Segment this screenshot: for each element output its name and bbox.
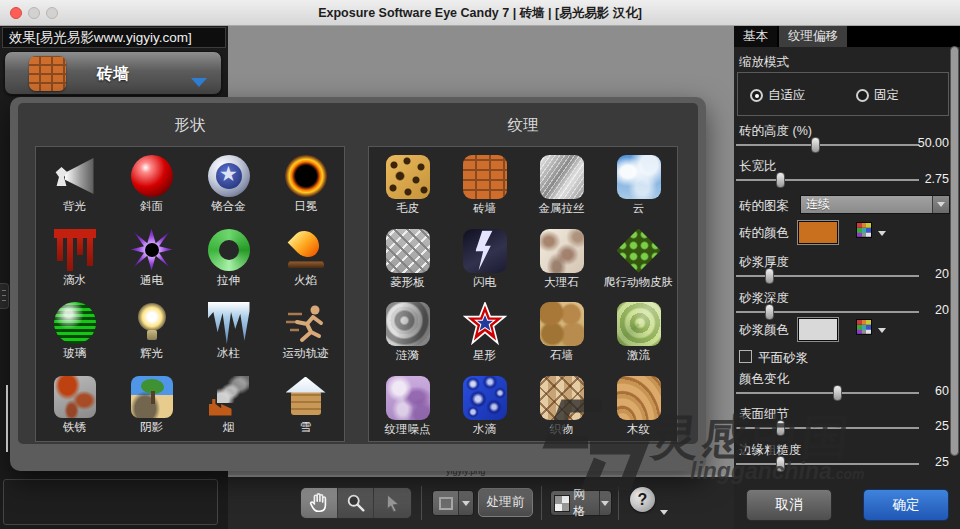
- palette-icon[interactable]: [856, 222, 872, 238]
- texture-item[interactable]: 菱形板: [369, 221, 446, 295]
- radio-fixed[interactable]: 固定: [856, 87, 899, 104]
- palette-icon[interactable]: [856, 319, 872, 335]
- slider-thumb[interactable]: [811, 137, 820, 153]
- mortar-color-swatch[interactable]: [798, 318, 838, 341]
- effect-chooser-content: 形状 纹理 背光 斜面 铬合金 日冕: [18, 103, 698, 444]
- texture-label: 石墙: [523, 348, 600, 363]
- select-tool[interactable]: [374, 488, 411, 518]
- help-dropdown-caret[interactable]: [660, 510, 668, 515]
- shape-label: 通电: [113, 273, 190, 288]
- motion-trail-icon: [285, 302, 327, 344]
- chevron-down-icon: [601, 501, 609, 506]
- brick-pattern-dropdown[interactable]: 连续: [800, 195, 950, 214]
- texture-item[interactable]: 激流: [600, 294, 677, 368]
- fur-icon: [386, 155, 430, 199]
- shape-item[interactable]: 背光: [36, 147, 113, 221]
- shape-item[interactable]: 斜面: [113, 147, 190, 221]
- help-button[interactable]: ?: [630, 487, 655, 512]
- tab-texture-offset[interactable]: 纹理偏移: [779, 26, 847, 47]
- arrow-icon: [382, 492, 404, 514]
- preview-background-button[interactable]: [432, 490, 474, 516]
- effect-selector-button[interactable]: 砖墙: [4, 51, 222, 95]
- shape-item[interactable]: 铁锈: [36, 368, 113, 442]
- grid-dropdown[interactable]: [599, 491, 611, 515]
- texture-item[interactable]: 毛皮: [369, 147, 446, 221]
- close-button[interactable]: [10, 7, 22, 19]
- cancel-button[interactable]: 取消: [746, 489, 832, 521]
- texture-item[interactable]: 石墙: [523, 294, 600, 368]
- mortar-thickness-slider[interactable]: [736, 268, 919, 284]
- shape-item[interactable]: 铬合金: [190, 147, 267, 221]
- brick-height-slider[interactable]: [736, 137, 919, 153]
- shape-item[interactable]: 阴影: [113, 368, 190, 442]
- aspect-ratio-slider[interactable]: [736, 172, 919, 188]
- shape-item[interactable]: 玻璃: [36, 294, 113, 368]
- slider-thumb[interactable]: [776, 456, 785, 472]
- window-title: Exposure Software Eye Candy 7 | 砖墙 | [易光…: [0, 0, 960, 26]
- ok-button[interactable]: 确定: [863, 489, 949, 521]
- surface-detail-slider[interactable]: [736, 420, 919, 436]
- texture-item[interactable]: 水滴: [446, 368, 523, 442]
- chevron-down-icon: [937, 202, 945, 207]
- edge-roughness-value: 25: [899, 455, 949, 469]
- shape-item[interactable]: 辉光: [113, 294, 190, 368]
- glass-icon: [54, 302, 96, 344]
- texture-label: 毛皮: [369, 201, 446, 216]
- slider-thumb[interactable]: [776, 172, 785, 188]
- chevron-down-icon[interactable]: [878, 328, 886, 333]
- bevel-icon: [131, 155, 173, 197]
- weave-icon: [540, 376, 584, 420]
- settings-scrollbar[interactable]: [950, 46, 959, 456]
- color-variation-slider[interactable]: [736, 385, 919, 401]
- radio-adaptive[interactable]: 自适应: [750, 87, 806, 104]
- brick-color-swatch[interactable]: [798, 221, 838, 244]
- flat-mortar-label: 平面砂浆: [758, 350, 808, 367]
- tab-basic[interactable]: 基本: [734, 26, 777, 47]
- aspect-ratio-value: 2.75: [899, 172, 949, 186]
- shape-item[interactable]: 通电: [113, 221, 190, 295]
- shape-item[interactable]: 冰柱: [190, 294, 267, 368]
- shape-label: 火焰: [267, 273, 344, 288]
- texture-item[interactable]: 纹理噪点: [369, 368, 446, 442]
- zoom-button[interactable]: [46, 7, 58, 19]
- shape-item[interactable]: 拉伸: [190, 221, 267, 295]
- scale-mode-label: 缩放模式: [739, 54, 789, 71]
- slider-thumb[interactable]: [776, 420, 785, 436]
- effects-scrollbar[interactable]: [6, 385, 8, 452]
- shape-item[interactable]: 运动轨迹: [267, 294, 344, 368]
- texture-item[interactable]: 砖墙: [446, 147, 523, 221]
- texture-item[interactable]: 木纹: [600, 368, 677, 442]
- brick-pattern-value: 连续: [801, 196, 932, 213]
- shape-label: 拉伸: [190, 273, 267, 288]
- texture-item[interactable]: 星形: [446, 294, 523, 368]
- texture-item[interactable]: 闪电: [446, 221, 523, 295]
- chevron-down-icon[interactable]: [878, 231, 886, 236]
- texture-item[interactable]: 大理石: [523, 221, 600, 295]
- before-view-button[interactable]: 处理前: [478, 488, 533, 517]
- texture-item[interactable]: 金属拉丝: [523, 147, 600, 221]
- shape-item[interactable]: 火焰: [267, 221, 344, 295]
- flat-mortar-row[interactable]: 平面砂浆: [734, 350, 960, 366]
- texture-item[interactable]: 爬行动物皮肤: [600, 221, 677, 295]
- shadow-icon: [131, 376, 173, 418]
- background-dropdown[interactable]: [458, 491, 473, 515]
- slider-thumb[interactable]: [833, 385, 842, 401]
- zoom-tool[interactable]: [338, 488, 375, 518]
- flat-mortar-checkbox[interactable]: [739, 350, 752, 363]
- texture-item[interactable]: 云: [600, 147, 677, 221]
- shape-item[interactable]: 日冕: [267, 147, 344, 221]
- texture-label: 金属拉丝: [523, 201, 600, 216]
- minimize-button[interactable]: [28, 7, 40, 19]
- texture-item[interactable]: 涟漪: [369, 294, 446, 368]
- slider-thumb[interactable]: [765, 304, 774, 320]
- shape-item[interactable]: 烟: [190, 368, 267, 442]
- shape-item[interactable]: 雪: [267, 368, 344, 442]
- square-icon: [439, 497, 453, 510]
- texture-item[interactable]: 织物: [523, 368, 600, 442]
- slider-thumb[interactable]: [765, 268, 774, 284]
- hand-tool[interactable]: [301, 488, 338, 518]
- grid-toggle-button[interactable]: 网格: [550, 490, 612, 516]
- edge-roughness-slider[interactable]: [736, 456, 919, 472]
- panel-collapse-tab[interactable]: [0, 283, 9, 309]
- shape-item[interactable]: 滴水: [36, 221, 113, 295]
